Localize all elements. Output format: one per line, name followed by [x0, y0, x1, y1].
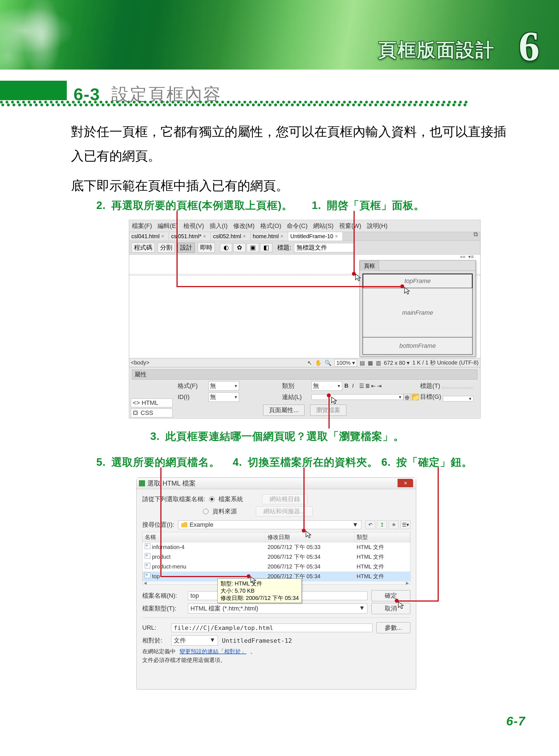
tab-csl051[interactable]: csl051.html*×: [169, 232, 211, 241]
step-3-number: 3.: [150, 431, 160, 442]
panel-menu-icon[interactable]: ▾≡: [468, 254, 474, 260]
views-icon[interactable]: ☰▾: [400, 520, 410, 529]
menu-help[interactable]: 說明(H): [367, 222, 388, 230]
outdent-icon[interactable]: ⇤: [371, 383, 376, 389]
browse-file-icon[interactable]: 📁: [412, 394, 419, 400]
tag-selector[interactable]: <body>: [131, 360, 150, 366]
italic-icon[interactable]: I: [352, 383, 354, 389]
list-item[interactable]: information-4 2006/7/12 下午 05:33HTML 文件: [142, 542, 410, 552]
zoom-value[interactable]: 100% ▾: [334, 359, 357, 366]
zoom-icon[interactable]: 🔍: [325, 360, 332, 366]
list-item[interactable]: product-menu 2006/7/12 下午 05:34HTML 文件: [142, 562, 410, 572]
indent-icon[interactable]: ⇥: [377, 383, 382, 389]
relative-select[interactable]: 文件▼: [171, 636, 218, 645]
menu-window[interactable]: 視窗(W): [339, 222, 361, 230]
canvas-size[interactable]: 672 x 80 ▾: [384, 360, 409, 366]
list-ul-icon[interactable]: ☰: [359, 383, 364, 389]
toolbar-icon[interactable]: ✿: [233, 243, 246, 252]
menu-edit[interactable]: 編輯(E): [158, 222, 178, 230]
dialog-titlebar[interactable]: 選取 HTML 檔案: [137, 478, 416, 489]
view-icon[interactable]: ▥: [376, 360, 381, 366]
panel-collapse-icon[interactable]: ««: [460, 254, 466, 260]
tab-untitledframe[interactable]: UntitledFrame-10×: [288, 232, 343, 241]
close-icon[interactable]: ×: [203, 233, 206, 239]
format-select[interactable]: 無▼: [208, 381, 239, 391]
lookin-select[interactable]: Example ▼: [178, 520, 361, 529]
note-2: 文件必須存檔才能使用這個選項。: [142, 657, 226, 664]
menu-modify[interactable]: 修改(M): [233, 222, 255, 230]
bold-icon[interactable]: B: [344, 383, 348, 389]
step-4-label: 4. 切換至檔案所在的資料夾。: [233, 455, 378, 469]
design-canvas[interactable]: «« ▾≡ 頁框 topFrame mainFrame bottomFrame: [129, 255, 480, 359]
class-select[interactable]: 無▼: [312, 381, 342, 391]
site-root-button[interactable]: 網站根目錄: [262, 494, 308, 504]
back-icon[interactable]: ↶: [365, 520, 375, 529]
code-view-button[interactable]: 程式碼: [131, 243, 155, 253]
link-select[interactable]: ▼: [312, 394, 403, 400]
menu-format[interactable]: 格式(O): [260, 222, 282, 230]
toolbar-icon[interactable]: ◐: [220, 243, 232, 252]
menubar[interactable]: 檔案(F) 編輯(E) 檢視(V) 插入(I) 修改(M) 格式(O) 命令(C…: [129, 220, 480, 232]
css-tab[interactable]: ⛋CSS: [131, 409, 173, 417]
close-icon[interactable]: ×: [280, 233, 284, 239]
filetype-select[interactable]: HTML 檔案 (*.htm;*.html)▼: [188, 603, 367, 614]
close-icon[interactable]: ×: [161, 233, 164, 239]
live-view-button[interactable]: 即時: [198, 243, 215, 253]
radio-datasource[interactable]: [203, 509, 208, 514]
pointer-icon[interactable]: ↖: [307, 360, 312, 366]
id-select[interactable]: 無▼: [208, 392, 239, 402]
menu-insert[interactable]: 插入(I): [210, 222, 228, 230]
params-button[interactable]: 參數...: [376, 622, 410, 633]
html-tab[interactable]: <>HTML: [131, 398, 173, 407]
filetype-label: 檔案類型(T):: [142, 604, 184, 613]
tab-label: UntitledFrame-10: [290, 233, 334, 239]
tab-home[interactable]: home.html×: [250, 232, 288, 241]
cursor-icon: [305, 530, 313, 539]
frame-main[interactable]: mainFrame: [363, 288, 472, 338]
menu-site[interactable]: 網站(S): [313, 222, 334, 230]
menu-file[interactable]: 檔案(F): [132, 222, 152, 230]
ok-button[interactable]: 確定: [371, 590, 410, 601]
toolbar-icon[interactable]: ◧: [260, 243, 272, 252]
expand-icon[interactable]: ⧉: [473, 231, 478, 238]
browse-file-button[interactable]: 瀏覽檔案: [310, 405, 346, 416]
tab-label: csl052.html: [213, 233, 241, 239]
tab-label: csl051.html*: [171, 233, 202, 239]
tab-csl052[interactable]: csl052.html×: [211, 232, 250, 241]
split-view-button[interactable]: 分割: [158, 243, 175, 253]
tab-label: csl041.html: [131, 233, 159, 239]
callout-line-5h: [160, 576, 248, 577]
title-label: 標題(T): [419, 382, 477, 390]
view-icon[interactable]: ▤: [360, 360, 365, 366]
frames-panel[interactable]: «« ▾≡ 頁框 topFrame mainFrame bottomFrame: [359, 260, 476, 357]
callout-dot-3: [327, 393, 331, 397]
menu-view[interactable]: 檢視(V): [183, 222, 204, 230]
page-properties-button[interactable]: 頁面屬性...: [263, 405, 304, 416]
close-button[interactable]: ✕: [398, 479, 413, 487]
list-ol-icon[interactable]: ≣: [365, 383, 370, 389]
url-input[interactable]: file:///C|/Example/top.html: [171, 623, 373, 632]
radio-filesystem[interactable]: [209, 497, 215, 502]
point-to-file-icon[interactable]: ⊕: [403, 394, 410, 400]
design-view-button[interactable]: 設計: [178, 243, 195, 253]
toolbar-icon[interactable]: ▣: [247, 243, 259, 252]
frame-bottom[interactable]: bottomFrame: [363, 338, 472, 354]
note-link[interactable]: 變更預設的連結「相對於」: [180, 648, 246, 655]
hand-icon[interactable]: ✋: [315, 360, 322, 366]
frames-panel-tab[interactable]: 頁框: [360, 261, 379, 271]
new-folder-icon[interactable]: ✳: [389, 520, 399, 529]
close-icon[interactable]: ×: [335, 233, 338, 239]
title-input[interactable]: 無標題文件: [294, 243, 355, 252]
up-icon[interactable]: ↥: [377, 520, 387, 529]
col-type[interactable]: 類型: [354, 532, 410, 542]
step-5-text: 選取所要的網頁檔名。: [111, 455, 220, 469]
list-item[interactable]: product 2006/7/12 下午 05:34HTML 文件: [142, 552, 410, 562]
tab-csl041[interactable]: csl041.html×: [129, 232, 169, 241]
lookin-value: Example: [189, 521, 214, 528]
html-file-icon: [145, 573, 150, 578]
target-label: 目標(G) ▼: [419, 393, 477, 402]
callout-line-3v: [329, 396, 330, 429]
view-icon[interactable]: ▦: [368, 360, 373, 366]
close-icon[interactable]: ×: [243, 233, 246, 239]
menu-commands[interactable]: 命令(C): [287, 222, 308, 230]
